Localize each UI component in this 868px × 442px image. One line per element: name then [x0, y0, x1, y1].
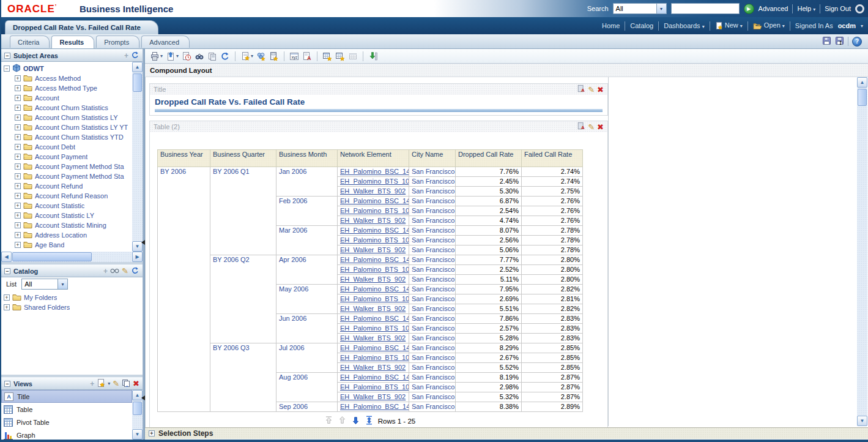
expand-icon[interactable]: +: [15, 75, 21, 81]
scroll-down-button[interactable]: ▼: [132, 429, 143, 440]
collapse-panel-icon[interactable]: −: [4, 381, 10, 387]
sign-out-link[interactable]: Sign Out: [825, 5, 851, 12]
search-scope-dropdown-icon[interactable]: ▾: [656, 4, 666, 13]
tab-prompts[interactable]: Prompts: [96, 36, 139, 48]
network-element-link[interactable]: EH_Palomino_BTS_101: [338, 383, 409, 392]
schedule-button[interactable]: [182, 51, 191, 62]
save-button[interactable]: [822, 36, 831, 47]
expand-icon[interactable]: +: [15, 173, 21, 179]
column-header[interactable]: Business Quarter: [210, 150, 276, 167]
network-element-link[interactable]: EH_Walker_BTS_902: [338, 216, 409, 226]
tab-results[interactable]: Results: [51, 36, 94, 48]
network-element-link[interactable]: EH_Walker_BTS_902: [338, 304, 409, 314]
column-header[interactable]: Business Year: [158, 150, 210, 167]
expand-icon[interactable]: +: [15, 212, 21, 219]
network-element-link[interactable]: EH_Palomino_BTS_101: [338, 206, 409, 216]
catalog-list-dropdown-icon[interactable]: ▾: [57, 279, 67, 289]
expand-icon[interactable]: +: [15, 242, 21, 248]
selection-steps-bar[interactable]: + Selection Steps: [145, 427, 868, 439]
view-item-title[interactable]: ATitle: [1, 390, 132, 403]
view-item-pivot[interactable]: Pivot Table: [1, 416, 132, 429]
copy-button[interactable]: [207, 51, 217, 62]
search-scope-select[interactable]: All ▾: [613, 3, 667, 14]
subject-area-folder[interactable]: +Account Debt: [1, 142, 132, 152]
collapse-panel-icon[interactable]: −: [4, 53, 10, 59]
remove-view-icon[interactable]: ✖: [597, 123, 604, 131]
network-element-link[interactable]: EH_Walker_BTS_902: [338, 187, 409, 197]
subject-area-folder[interactable]: +Account Payment Method Sta: [1, 162, 132, 171]
column-header[interactable]: Network Element: [338, 150, 409, 167]
new-view-button[interactable]: [97, 378, 105, 389]
subject-area-folder[interactable]: +Account Payment: [1, 152, 132, 162]
network-element-link[interactable]: EH_Walker_BTS_902: [338, 334, 409, 343]
expand-icon[interactable]: +: [15, 232, 21, 238]
results-vertical-scrollbar[interactable]: ▲ ▼: [857, 77, 867, 426]
new-group-button[interactable]: [256, 51, 266, 62]
network-element-link[interactable]: EH_Palomino_BSC_143: [338, 373, 409, 383]
open-menu[interactable]: Open ▾: [753, 21, 785, 29]
subject-area-folder[interactable]: +Address Location: [1, 230, 132, 240]
subject-area-folder[interactable]: +Account: [1, 93, 132, 103]
collapse-icon[interactable]: −: [4, 66, 10, 72]
help-icon[interactable]: ?: [852, 37, 862, 47]
subject-area-folder[interactable]: +Account Churn Statistics: [1, 103, 132, 113]
collapse-panel-icon[interactable]: −: [4, 268, 10, 274]
expand-icon[interactable]: +: [15, 114, 21, 121]
catalog-folder[interactable]: +My Folders: [1, 293, 143, 302]
scroll-left-button[interactable]: ◀: [1, 252, 12, 262]
catalog-folder[interactable]: +Shared Folders: [1, 302, 143, 312]
max-rows-button[interactable]: [365, 416, 374, 426]
network-element-link[interactable]: EH_Palomino_BSC_143: [338, 314, 409, 324]
print-button[interactable]: ▾: [150, 51, 163, 62]
edit-xyz-button[interactable]: xyz: [289, 51, 299, 62]
expand-icon[interactable]: +: [15, 124, 21, 130]
expand-icon[interactable]: +: [15, 163, 21, 170]
remove-view-button[interactable]: ✖: [133, 380, 139, 388]
network-element-link[interactable]: EH_Palomino_BTS_101: [338, 236, 409, 245]
scrollbar-thumb[interactable]: [133, 73, 142, 92]
subject-area-folder[interactable]: +Account Statistic: [1, 201, 132, 211]
network-element-link[interactable]: EH_Walker_BTS_902: [338, 245, 409, 255]
save-as-button[interactable]: [835, 36, 844, 47]
subject-area-folder[interactable]: +Account Statistic Mining: [1, 220, 132, 230]
dashboards-menu[interactable]: Dashboards ▾: [664, 22, 704, 29]
column-header[interactable]: Dropped Call Rate: [456, 150, 522, 167]
new-calculated-item-button[interactable]: [269, 51, 279, 62]
expand-icon[interactable]: +: [15, 183, 21, 189]
refresh-icon[interactable]: [131, 51, 139, 61]
expand-icon[interactable]: +: [15, 222, 21, 228]
format-button[interactable]: A: [302, 51, 312, 62]
expand-icon[interactable]: +: [4, 304, 10, 310]
network-element-link[interactable]: EH_Palomino_BSC_143: [338, 285, 409, 294]
edit-icon[interactable]: ✎: [122, 267, 128, 275]
subject-area-folder[interactable]: +Account Churn Statistics YTD: [1, 132, 132, 142]
network-element-link[interactable]: EH_Palomino_BSC_143: [338, 343, 409, 353]
network-element-link[interactable]: EH_Palomino_BTS_101: [338, 353, 409, 363]
expand-icon[interactable]: +: [15, 85, 21, 91]
new-menu[interactable]: New ▾: [715, 21, 743, 30]
scrollbar-thumb[interactable]: [12, 252, 92, 261]
expand-icon[interactable]: +: [15, 134, 21, 140]
column-header[interactable]: Failed Call Rate: [522, 150, 583, 167]
advanced-search-link[interactable]: Advanced: [759, 5, 788, 12]
subject-areas-vertical-scrollbar[interactable]: ▲ ▼: [132, 62, 143, 252]
import-button[interactable]: [368, 51, 378, 62]
scroll-down-button[interactable]: ▼: [857, 416, 867, 426]
network-element-link[interactable]: EH_Palomino_BSC_143: [338, 197, 409, 206]
subject-area-folder[interactable]: +Account Refund: [1, 181, 132, 191]
network-element-link[interactable]: EH_Palomino_BTS_101: [338, 177, 409, 187]
edit-view-icon[interactable]: ✎: [588, 86, 595, 94]
view-item-table[interactable]: Table: [1, 403, 132, 416]
expand-icon[interactable]: +: [15, 203, 21, 209]
network-element-link[interactable]: EH_Palomino_BSC_143: [338, 402, 409, 412]
subject-area-folder[interactable]: +Account Refund Reason: [1, 191, 132, 201]
edit-view-button[interactable]: ✎: [113, 380, 119, 388]
dashboard-page-tab[interactable]: Dropped Call Rate Vs. Failed Call Rate: [5, 20, 158, 34]
network-element-link[interactable]: EH_Walker_BTS_902: [338, 363, 409, 373]
column-header[interactable]: City Name: [409, 150, 456, 167]
view-item-graph[interactable]: Graph: [1, 429, 132, 440]
scroll-up-button[interactable]: ▲: [857, 77, 867, 88]
expand-icon[interactable]: +: [149, 430, 155, 436]
tab-advanced[interactable]: Advanced: [141, 36, 190, 48]
subject-area-folder[interactable]: +Account Statistic LY: [1, 211, 132, 220]
